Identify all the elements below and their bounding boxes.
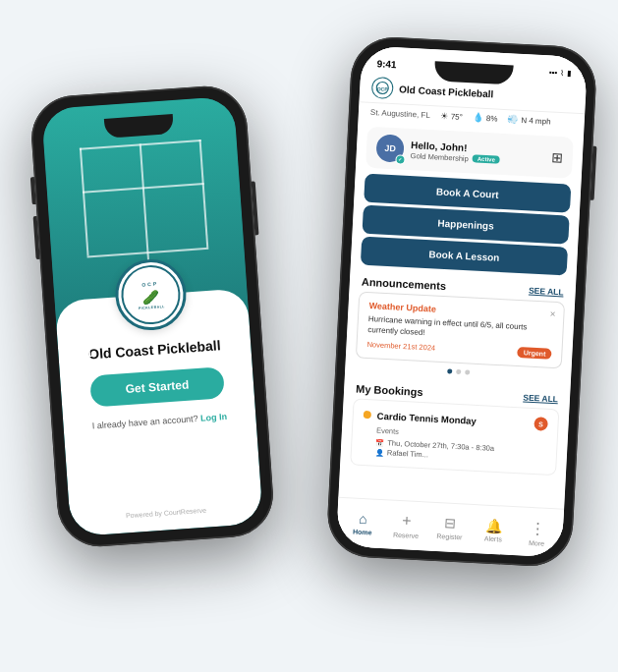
booking-title: Cardio Tennis Monday: [376, 411, 534, 429]
nav-home-label: Home: [352, 529, 371, 536]
nav-register[interactable]: ⊟ Register: [427, 515, 473, 541]
bell-icon: 🔔: [484, 518, 502, 534]
right-phone: 9:41 ▪▪▪ ⌇ ▮ OCP Old Coast: [325, 35, 597, 568]
wind-icon: 💨: [507, 114, 519, 125]
announcements-see-all[interactable]: SEE ALL: [528, 286, 563, 298]
club-logo-small: OCP: [370, 77, 393, 99]
humidity: 💧 8%: [472, 112, 497, 123]
nav-home[interactable]: ⌂ Home: [340, 510, 385, 536]
wind: 💨 N 4 mph: [507, 114, 551, 126]
nav-more-label: More: [528, 538, 543, 546]
user-greeting-row: JD ✓ Hello, John! Gold Membership Active…: [365, 127, 573, 179]
svg-text:OCP: OCP: [376, 85, 388, 92]
more-icon: ⋮: [529, 518, 545, 537]
active-badge: Active: [472, 154, 499, 163]
right-signal-icon: ▪▪▪: [548, 68, 557, 77]
calendar-icon: 📅: [375, 438, 384, 446]
announcement-card: × Weather Update Hurricane warning in ef…: [355, 292, 564, 369]
sun-icon: ☀: [439, 111, 448, 121]
dot-2[interactable]: [455, 369, 460, 374]
phones-container: 9:41 ▪▪▪ ⌇ ▮ O: [25, 12, 594, 660]
nav-alerts-label: Alerts: [483, 535, 501, 543]
qr-icon[interactable]: ⊞: [550, 149, 563, 166]
bookings-see-all[interactable]: SEE ALL: [523, 393, 558, 405]
announcement-date: November 21st 2024: [366, 340, 435, 353]
booking-s-badge: S: [534, 417, 548, 431]
booking-card: Cardio Tennis Monday S Events 📅 Thu, Oct…: [350, 399, 559, 476]
close-button[interactable]: ×: [549, 308, 555, 319]
left-phone: 9:41 ▪▪▪ ⌇ ▮ O: [28, 84, 276, 549]
right-battery-icon: ▮: [567, 69, 571, 78]
person-icon: 👤: [374, 448, 383, 456]
grid-icon: ⊟: [443, 515, 456, 532]
left-phone-time: 9:41: [72, 347, 92, 361]
location-text: St. Augustine, FL: [369, 107, 429, 119]
temperature: ☀ 75°: [439, 111, 463, 122]
nav-register-label: Register: [436, 532, 462, 540]
right-phone-time: 9:41: [376, 58, 397, 70]
bottom-nav: ⌂ Home + Reserve ⊟ Register 🔔 Alerts: [335, 497, 563, 558]
urgent-badge: Urgent: [517, 347, 551, 360]
nav-alerts[interactable]: 🔔 Alerts: [471, 517, 516, 543]
dot-3[interactable]: [464, 370, 469, 375]
nav-reserve[interactable]: + Reserve: [383, 511, 428, 539]
humidity-icon: 💧: [472, 112, 483, 123]
nav-more[interactable]: ⋮ More: [514, 518, 559, 547]
booking-dot: [363, 411, 370, 419]
membership-label: Gold Membership: [410, 151, 469, 163]
user-avatar: JD ✓: [375, 134, 404, 162]
booking-instructor: Rafael Tim...: [386, 449, 428, 460]
nav-reserve-label: Reserve: [392, 532, 418, 539]
dot-1[interactable]: [446, 369, 451, 374]
plus-icon: +: [401, 512, 411, 530]
home-icon: ⌂: [358, 511, 366, 527]
announcements-title: Announcements: [361, 276, 446, 292]
bookings-title: My Bookings: [355, 383, 422, 399]
club-name: Old Coast Pickleball: [398, 84, 493, 99]
right-phone-screen: 9:41 ▪▪▪ ⌇ ▮ OCP Old Coast: [335, 45, 587, 557]
user-info: Hello, John! Gold Membership Active: [410, 140, 551, 167]
avatar-check-badge: ✓: [395, 154, 406, 165]
right-wifi-icon: ⌇: [560, 69, 564, 78]
